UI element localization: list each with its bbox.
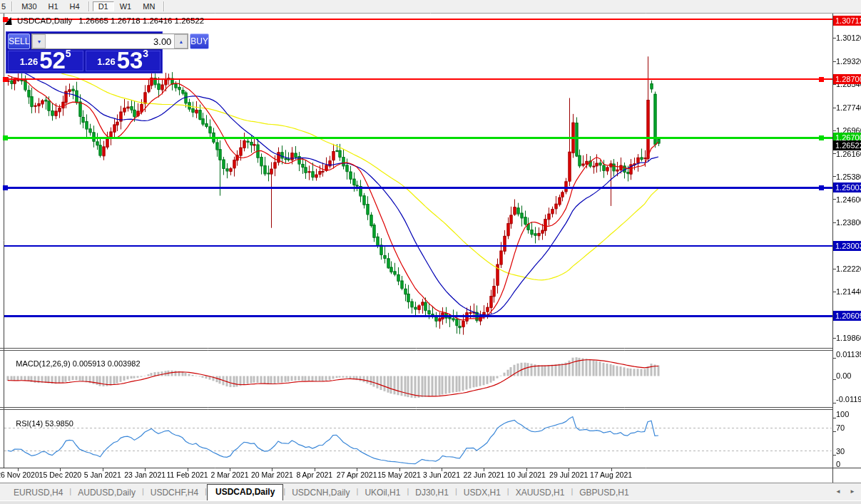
sell-button[interactable]: SELL	[8, 34, 30, 49]
price-axis-label: 1.26160	[836, 150, 861, 158]
timeframe-h4-button[interactable]: H4	[64, 1, 86, 11]
chart-canvas[interactable]	[0, 0, 861, 504]
chart-tab-audusd[interactable]: AUDUSD,Daily	[71, 485, 142, 500]
mt4-window: 5M30H1H4D1W1MN USDCAD,Daily 1.26665 1.26…	[0, 0, 861, 504]
date-axis-label: 15 Dec 2020	[39, 470, 82, 479]
sell-price-small: 1.26	[20, 56, 38, 67]
buy-price-sup: 3	[143, 48, 148, 59]
price-axis-label: 1.29320	[836, 57, 861, 66]
price-axis-label: 1.24600	[836, 195, 861, 204]
date-axis-label: 15 May 2021	[377, 470, 421, 479]
timeframe-w1-button[interactable]: W1	[114, 1, 138, 11]
chart-tab-usdcnh[interactable]: USDCNH,Daily	[285, 485, 356, 500]
chart-title-row: USDCAD,Daily 1.26665 1.26718 1.26416 1.2…	[6, 16, 204, 25]
price-axis-label: 1.25380	[836, 173, 861, 181]
price-badge-1.23003: 1.23003	[833, 241, 861, 251]
timeframe-d1-button[interactable]: D1	[93, 1, 114, 11]
date-axis-label: 2 Mar 2021	[210, 470, 248, 479]
buy-price-small: 1.26	[97, 56, 115, 67]
chart-title: USDCAD,Daily	[17, 16, 72, 25]
indicator-axis-label: 100	[836, 410, 849, 418]
price-axis-label: 1.27740	[836, 103, 861, 112]
current-price-badge: 1.26522	[833, 140, 861, 150]
hline-handle[interactable]	[3, 185, 8, 190]
hline-handle[interactable]	[819, 135, 824, 140]
volume-input[interactable]	[46, 34, 174, 48]
sell-price-sup: 5	[66, 48, 71, 59]
volume-decrease-icon[interactable]: ▼	[32, 34, 46, 48]
price-badge-1.25003: 1.25003	[833, 182, 861, 192]
one-click-trade-panel: SELL ▼ ▲ BUY 1.26 52 5 1.26 53 3	[6, 31, 163, 73]
date-axis-label: 17 Aug 2021	[590, 470, 632, 479]
price-badge-1.30712: 1.30712	[833, 16, 861, 26]
chart-tab-usdx[interactable]: USDX,H1	[457, 485, 507, 500]
date-axis-label: 11 Feb 2021	[167, 470, 208, 479]
buy-price-big: 53	[117, 51, 143, 70]
date-axis-label: 5 Jan 2021	[84, 470, 121, 479]
indicator-axis-label: 0.00	[836, 371, 851, 380]
price-axis-label: 1.22220	[836, 264, 861, 273]
timeframe-m5-button[interactable]: 5	[0, 1, 9, 11]
date-axis-label: 26 Nov 2020	[0, 470, 39, 479]
timeframe-toolbar: 5M30H1H4D1W1MN	[0, 0, 861, 13]
chart-tab-xauusd[interactable]: XAUUSD,H1	[509, 485, 571, 500]
macd-indicator-label: MACD(12,26,9) 0.005913 0.003982	[7, 351, 141, 376]
chart-tab-usdchf[interactable]: USDCHF,H4	[144, 485, 205, 500]
indicator-axis-label: 30	[836, 447, 845, 456]
date-axis-label: 22 Jun 2021	[463, 470, 504, 479]
chart-ohlc-values: 1.26665 1.26718 1.26416 1.26522	[78, 16, 204, 25]
date-axis-label: 10 Jul 2021	[507, 470, 546, 479]
timeframe-m30-button[interactable]: M30	[16, 1, 42, 11]
status-bar	[0, 500, 861, 504]
chart-tab-usdcad[interactable]: USDCAD,Daily	[207, 484, 283, 500]
volume-increase-icon[interactable]: ▲	[174, 34, 188, 48]
hline-1.28700[interactable]	[4, 78, 832, 80]
price-axis-label: 1.19860	[836, 334, 861, 342]
chart-tab-dj30[interactable]: DJ30,H1	[409, 485, 455, 500]
chart-tab-gbpusd[interactable]: GBPUSD,H1	[573, 485, 635, 500]
hline-1.23003[interactable]	[4, 245, 832, 247]
chart-tab-eurusd[interactable]: EURUSD,H4	[7, 485, 69, 500]
date-axis-label: 29 Jul 2021	[549, 470, 588, 479]
hline-1.26700[interactable]	[4, 137, 832, 139]
tabs-scroll-left-icon[interactable]: ◄	[835, 488, 841, 495]
indicator-axis-label: 0	[836, 460, 840, 468]
date-axis-label: 3 Jun 2021	[423, 470, 460, 479]
price-axis-label: 1.23800	[836, 218, 861, 227]
date-axis-label: 8 Apr 2021	[296, 470, 332, 479]
indicator-axis-label: -0.01190	[836, 395, 861, 403]
tabs-scroll-right-icon[interactable]: ►	[850, 488, 855, 495]
chart-marker-icon	[5, 17, 14, 25]
indicator-axis-label: 70	[836, 423, 845, 432]
buy-button[interactable]: BUY	[190, 34, 209, 49]
hline-handle[interactable]	[819, 77, 824, 82]
price-axis-label: 1.21440	[836, 287, 861, 296]
rsi-indicator-label: RSI(14) 53.9850	[7, 411, 73, 436]
hline-handle[interactable]	[3, 135, 8, 140]
timeframe-h1-button[interactable]: H1	[43, 1, 64, 11]
price-badge-1.20609: 1.20609	[833, 311, 861, 321]
hline-1.20609[interactable]	[4, 315, 832, 317]
buy-price-display[interactable]: 1.26 53 3	[86, 51, 161, 71]
hline-handle[interactable]	[819, 185, 824, 190]
date-axis-label: 23 Jan 2021	[124, 470, 165, 479]
price-badge-1.28700: 1.28700	[833, 74, 861, 84]
hline-handle[interactable]	[3, 77, 8, 82]
date-axis-label: 20 Mar 2021	[251, 470, 293, 479]
price-axis-label: 1.30120	[836, 34, 861, 42]
indicator-axis-label: 0.01135	[836, 350, 861, 359]
chart-tabs-bar: EURUSD,H4|AUDUSD,Daily|USDCHF,H4|USDCAD,…	[0, 483, 861, 500]
sell-price-display[interactable]: 1.26 52 5	[8, 51, 83, 71]
hline-1.25003[interactable]	[4, 187, 832, 189]
sell-price-big: 52	[39, 51, 66, 70]
timeframe-mn-button[interactable]: MN	[137, 1, 161, 11]
chart-tab-ukoil[interactable]: UKOil,H1	[358, 485, 407, 500]
date-axis-label: 27 Apr 2021	[337, 470, 377, 479]
